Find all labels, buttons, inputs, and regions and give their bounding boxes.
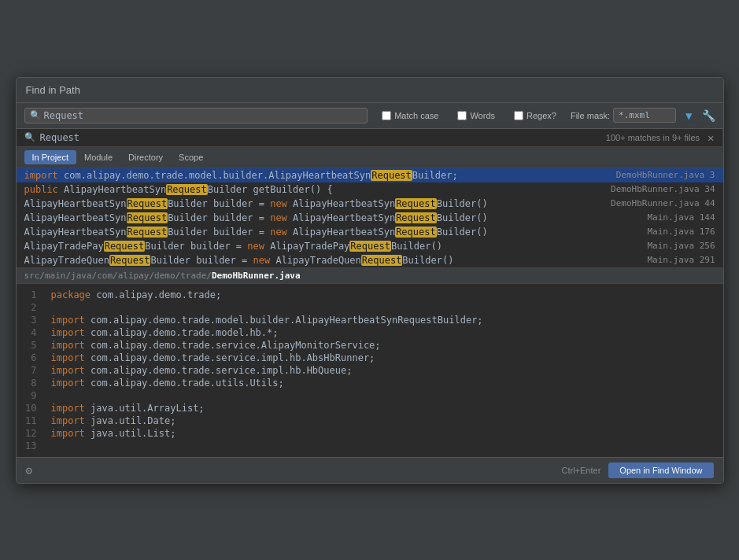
search-icon: 🔍 xyxy=(30,110,41,120)
code-line: 7 import com.alipay.demo.trade.service.i… xyxy=(17,364,723,377)
result-code: AlipayTradePayRequestBuilder builder = n… xyxy=(24,241,638,252)
code-line: 10 import java.util.ArrayList; xyxy=(17,402,723,414)
search-input[interactable] xyxy=(44,110,363,121)
wrench-icon[interactable]: 🔧 xyxy=(702,109,715,122)
regex-option[interactable]: Regex? xyxy=(509,109,561,122)
code-line: 5 import com.alipay.demo.trade.service.A… xyxy=(17,339,723,352)
result-row[interactable]: AlipayHeartbeatSynRequestBuilder builder… xyxy=(17,225,723,239)
words-option[interactable]: Words xyxy=(453,109,500,122)
result-code: AlipayHeartbeatSynRequestBuilder builder… xyxy=(24,198,602,209)
code-preview: 1 package com.alipay.demo.trade; 2 3 imp… xyxy=(17,284,723,457)
settings-icon[interactable]: ⚙ xyxy=(26,464,32,477)
dialog-title: Find in Path xyxy=(26,84,80,96)
code-line: 13 xyxy=(17,440,723,452)
search-prefix-icon: 🔍 xyxy=(24,132,35,142)
match-case-option[interactable]: Match case xyxy=(377,109,443,122)
filter-icon[interactable]: ▼ xyxy=(685,109,692,122)
result-code: AlipayHeartbeatSynRequestBuilder builder… xyxy=(24,227,638,238)
code-line: 4 import com.alipay.demo.trade.model.hb.… xyxy=(17,326,723,339)
search-options-bar: 🔍 Match case Words Regex? File mask: ▼ 🔧 xyxy=(17,103,723,129)
file-mask-label: File mask: xyxy=(571,108,676,123)
words-checkbox[interactable] xyxy=(457,111,467,120)
result-file: DemoHbRunner.java 44 xyxy=(611,198,715,208)
match-case-checkbox[interactable] xyxy=(382,111,391,120)
search-query-display: Request xyxy=(40,132,80,143)
result-file: DemoHbRunner.java 3 xyxy=(616,170,715,180)
find-in-path-dialog: Find in Path 🔍 Match case Words Regex? F… xyxy=(16,77,724,484)
tab-directory[interactable]: Directory xyxy=(120,150,171,164)
tab-in-project[interactable]: In Project xyxy=(24,150,76,164)
title-bar: Find in Path xyxy=(17,78,723,103)
code-line: 2 xyxy=(17,301,723,314)
result-file: Main.java 256 xyxy=(647,241,715,251)
shortcut-hint: Ctrl+Enter xyxy=(562,466,601,475)
result-row[interactable]: AlipayHeartbeatSynRequestBuilder builder… xyxy=(17,197,723,211)
result-code: import com.alipay.demo.trade.model.build… xyxy=(24,170,607,181)
code-line: 6 import com.alipay.demo.trade.service.i… xyxy=(17,352,723,364)
code-line: 8 import com.alipay.demo.trade.utils.Uti… xyxy=(17,377,723,389)
code-line: 3 import com.alipay.demo.trade.model.bui… xyxy=(17,314,723,326)
clear-button[interactable]: ✕ xyxy=(708,131,714,144)
file-name-bold: DemoHbRunner.java xyxy=(212,271,301,281)
file-path-bar: src/main/java/com/alipay/demo/trade/Demo… xyxy=(17,267,723,284)
code-line: 12 import java.util.List; xyxy=(17,427,723,440)
scope-tabs: In Project Module Directory Scope xyxy=(17,147,723,168)
result-row[interactable]: public AlipayHeartbeatSynRequestBuilder … xyxy=(17,182,723,197)
match-count: 100+ matches in 9+ files xyxy=(606,133,700,142)
file-mask-input[interactable] xyxy=(613,108,676,123)
bottom-bar: ⚙ Ctrl+Enter Open in Find Window xyxy=(17,457,723,483)
search-input-wrap[interactable]: 🔍 xyxy=(24,108,368,123)
result-file: Main.java 291 xyxy=(647,255,715,265)
result-row[interactable]: AlipayTradeQuenRequestBuilder builder = … xyxy=(17,253,723,267)
code-line: 9 xyxy=(17,389,723,402)
result-row[interactable]: AlipayHeartbeatSynRequestBuilder builder… xyxy=(17,211,723,225)
regex-checkbox[interactable] xyxy=(514,111,523,120)
code-line: 11 import java.util.Date; xyxy=(17,414,723,427)
code-line: 1 package com.alipay.demo.trade; xyxy=(17,289,723,301)
results-list: import com.alipay.demo.trade.model.build… xyxy=(17,168,723,267)
result-row[interactable]: AlipayTradePayRequestBuilder builder = n… xyxy=(17,239,723,253)
result-file: DemoHbRunner.java 34 xyxy=(611,184,715,194)
tab-module[interactable]: Module xyxy=(76,150,120,164)
result-code: AlipayTradeQuenRequestBuilder builder = … xyxy=(24,255,638,266)
result-row[interactable]: import com.alipay.demo.trade.model.build… xyxy=(17,168,723,182)
result-file: Main.java 176 xyxy=(647,227,715,237)
result-code: public AlipayHeartbeatSynRequestBuilder … xyxy=(24,184,602,195)
result-file: Main.java 144 xyxy=(647,212,715,223)
open-in-find-window-button[interactable]: Open in Find Window xyxy=(608,462,713,478)
result-code: AlipayHeartbeatSynRequestBuilder builder… xyxy=(24,212,638,223)
tab-scope[interactable]: Scope xyxy=(171,150,211,164)
